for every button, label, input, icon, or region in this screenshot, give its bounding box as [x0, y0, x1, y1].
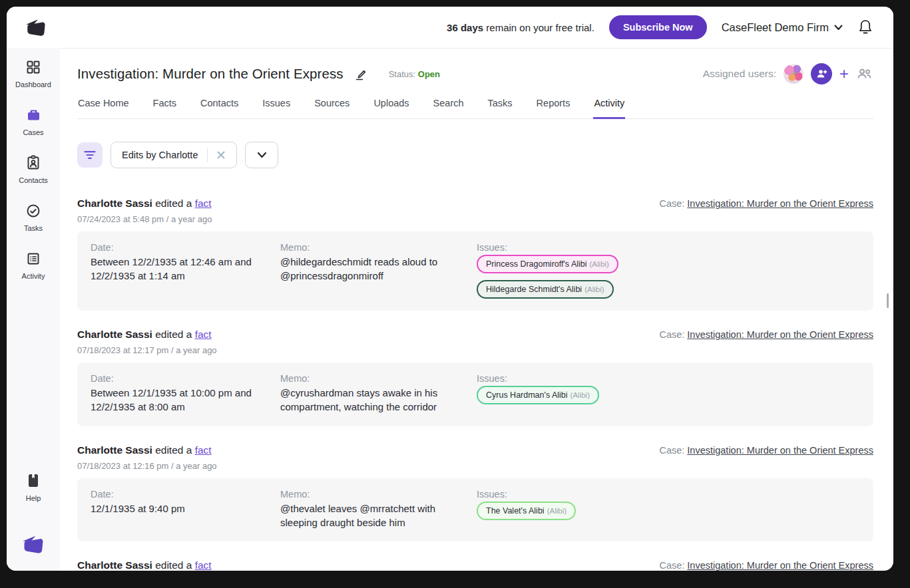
- add-user-plus-button[interactable]: +: [839, 66, 849, 82]
- case-link[interactable]: Investigation: Murder on the Orient Expr…: [687, 445, 873, 456]
- sidebar-item-dashboard[interactable]: Dashboard: [7, 59, 60, 88]
- sidebar-item-cases[interactable]: Cases: [7, 106, 60, 136]
- fact-link[interactable]: fact: [195, 559, 212, 571]
- entry-action: edited a: [155, 444, 192, 456]
- chevron-down-icon: [834, 25, 843, 31]
- entry-detail-card: Date: 12/1/1935 at 9:40 pm Memo: @theval…: [77, 478, 873, 542]
- tab-contacts[interactable]: Contacts: [200, 98, 239, 118]
- entry-detail-card: Date: Between 12/2/1935 at 12:46 am and …: [77, 231, 873, 311]
- dashboard-grid-icon: [25, 59, 42, 76]
- help-book-icon: [25, 472, 42, 490]
- entry-title: Charlotte Sassi edited a fact: [77, 329, 212, 341]
- page-title: Investigation: Murder on the Orient Expr…: [77, 66, 343, 82]
- issue-chip-type: (Alibi): [547, 507, 567, 515]
- sidebar-item-label: Tasks: [24, 224, 43, 232]
- sidebar-item-help[interactable]: Help: [7, 472, 60, 502]
- tab-uploads[interactable]: Uploads: [373, 98, 409, 118]
- sidebar-item-contacts[interactable]: Contacts: [7, 154, 60, 184]
- user-avatar[interactable]: [784, 64, 803, 84]
- scrollbar-thumb[interactable]: [887, 293, 889, 308]
- manage-users-icon[interactable]: [856, 67, 873, 81]
- issues-label: Issues:: [477, 489, 860, 500]
- memo-value: @hildegardeschmidt reads aloud to @princ…: [280, 255, 452, 283]
- entry-timestamp: 07/18/2023 at 12:16 pm / a year ago: [77, 461, 873, 471]
- issue-chip[interactable]: The Valet's Alibi (Alibi): [477, 502, 576, 520]
- date-label: Date:: [91, 373, 280, 384]
- sidebar-item-label: Help: [26, 494, 41, 502]
- case-header: Investigation: Murder on the Orient Expr…: [60, 49, 893, 119]
- activity-entry: Charlotte Sassi edited a fact Case:Inves…: [77, 329, 873, 426]
- case-link[interactable]: Investigation: Murder on the Orient Expr…: [687, 329, 873, 340]
- sidebar-item-label: Dashboard: [15, 80, 51, 88]
- main-panel: Investigation: Murder on the Orient Expr…: [60, 48, 893, 571]
- chip-divider: [207, 148, 208, 162]
- filter-dropdown-button[interactable]: [245, 142, 278, 168]
- entry-timestamp: 07/18/2023 at 12:17 pm / a year ago: [77, 345, 873, 355]
- check-circle-icon: [25, 202, 42, 220]
- fact-link[interactable]: fact: [195, 444, 212, 456]
- activity-feed: Edits by Charlotte Charlotte Sassi: [60, 119, 893, 571]
- fact-link[interactable]: fact: [195, 329, 212, 340]
- firm-name: CaseFleet Demo Firm: [722, 21, 829, 34]
- sidebar-item-label: Contacts: [19, 176, 47, 184]
- entry-detail-card: Date: Between 12/1/1935 at 10:00 pm and …: [77, 363, 873, 426]
- issues-label: Issues:: [477, 242, 860, 253]
- edit-title-pencil-icon[interactable]: [353, 67, 368, 81]
- fact-link[interactable]: fact: [195, 198, 212, 209]
- sidebar-item-tasks[interactable]: Tasks: [7, 202, 60, 232]
- tab-reports[interactable]: Reports: [536, 98, 571, 118]
- entry-case: Case:Investigation: Murder on the Orient…: [659, 560, 873, 571]
- activity-entry: Charlotte Sassi edited a fact Case:Inves…: [77, 198, 873, 311]
- trial-message: remain on your free trial.: [483, 22, 594, 33]
- sidebar: Dashboard Cases Contacts Tasks: [7, 48, 60, 571]
- filter-row: Edits by Charlotte: [77, 142, 873, 168]
- firm-switcher[interactable]: CaseFleet Demo Firm: [722, 21, 843, 34]
- date-label: Date:: [91, 242, 280, 253]
- filter-chip-label: Edits by Charlotte: [122, 150, 198, 160]
- issue-chip[interactable]: Hildegarde Schmidt's Alibi (Alibi): [477, 280, 614, 299]
- filter-lines-icon: [84, 150, 96, 160]
- issue-chip[interactable]: Princess Dragomiroff's Alibi (Alibi): [477, 255, 618, 273]
- add-user-avatar-button[interactable]: [811, 63, 832, 84]
- tab-sources[interactable]: Sources: [314, 98, 350, 118]
- tab-issues[interactable]: Issues: [262, 98, 291, 118]
- entry-title: Charlotte Sassi edited a fact: [77, 198, 212, 210]
- date-value: Between 12/1/1935 at 10:00 pm and 12/2/1…: [91, 386, 256, 414]
- status-label: Status:: [389, 69, 415, 79]
- tab-facts[interactable]: Facts: [152, 98, 177, 118]
- subscribe-now-button[interactable]: Subscribe Now: [609, 15, 707, 39]
- entry-action: edited a: [155, 329, 192, 340]
- chevron-down-icon: [257, 152, 267, 158]
- entry-timestamp: 07/24/2023 at 5:48 pm / a year ago: [77, 214, 873, 224]
- app-window: 36 days remain on your free trial. Subsc…: [7, 7, 893, 571]
- entry-actor: Charlotte Sassi: [77, 198, 152, 209]
- tab-tasks[interactable]: Tasks: [487, 98, 513, 118]
- issue-chip[interactable]: Cyrus Hardman's Alibi (Alibi): [477, 386, 599, 404]
- case-label: Case:: [659, 445, 684, 456]
- issues-label: Issues:: [477, 373, 860, 384]
- trial-days: 36 days: [447, 22, 483, 33]
- entry-case: Case:Investigation: Murder on the Orient…: [659, 329, 873, 340]
- filter-button[interactable]: [77, 142, 103, 168]
- issue-chip-label: The Valet's Alibi: [486, 506, 545, 515]
- case-link[interactable]: Investigation: Murder on the Orient Expr…: [687, 198, 873, 209]
- activity-entry: Charlotte Sassi edited a fact Case:Inves…: [77, 444, 873, 542]
- case-link[interactable]: Investigation: Murder on the Orient Expr…: [687, 560, 873, 571]
- notifications-bell-icon[interactable]: [857, 19, 873, 36]
- entry-action: edited a: [155, 198, 192, 209]
- tab-search[interactable]: Search: [433, 98, 465, 118]
- entry-title: Charlotte Sassi edited a fact: [77, 444, 212, 456]
- remove-filter-button[interactable]: [212, 146, 230, 164]
- contact-badge-icon: [25, 154, 42, 172]
- sidebar-item-activity[interactable]: Activity: [7, 250, 60, 280]
- casefleet-logo-icon: [24, 16, 48, 39]
- issue-chip-label: Cyrus Hardman's Alibi: [486, 390, 568, 400]
- case-label: Case:: [659, 329, 684, 340]
- person-add-icon: [815, 67, 828, 80]
- activity-list-icon: [25, 250, 42, 267]
- sidebar-item-label: Cases: [23, 128, 43, 136]
- tab-case-home[interactable]: Case Home: [77, 98, 130, 118]
- issue-chip-label: Hildegarde Schmidt's Alibi: [486, 285, 582, 294]
- tab-activity[interactable]: Activity: [593, 98, 625, 119]
- case-label: Case:: [659, 198, 684, 209]
